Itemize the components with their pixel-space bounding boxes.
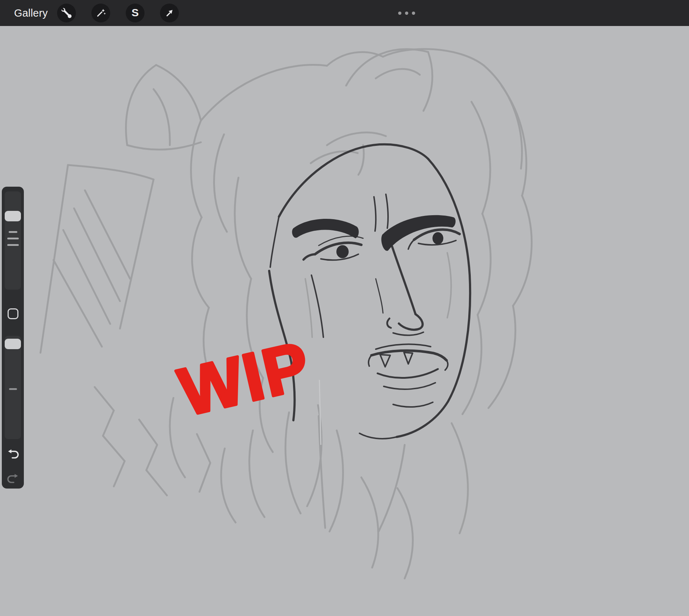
- undo-button[interactable]: [5, 447, 21, 462]
- slider-tick: [7, 244, 19, 246]
- wip-annotation: WIP: [172, 327, 317, 430]
- redo-arrow-icon: [6, 473, 20, 486]
- redo-button[interactable]: [5, 472, 21, 486]
- slider-tick: [7, 238, 19, 239]
- sketch-fangs: [380, 352, 413, 367]
- undo-arrow-icon: [6, 448, 20, 461]
- brush-opacity-slider[interactable]: [5, 336, 21, 439]
- drawing-canvas[interactable]: WIP: [0, 26, 689, 616]
- transform-button[interactable]: [160, 4, 179, 22]
- modify-button[interactable]: [8, 308, 18, 319]
- brush-opacity-handle[interactable]: [5, 339, 21, 349]
- slider-tick: [9, 388, 17, 390]
- canvas-sketch: WIP: [0, 26, 689, 616]
- adjustments-button[interactable]: [91, 4, 110, 22]
- sketch-light-strokes: [40, 49, 532, 578]
- wrench-icon: [61, 8, 72, 18]
- ellipsis-icon: [398, 12, 401, 15]
- brush-size-slider[interactable]: [5, 191, 21, 290]
- procreate-screen: WIP Gallery S: [0, 0, 689, 616]
- brush-size-handle[interactable]: [5, 211, 21, 221]
- top-toolbar: Gallery S: [0, 0, 689, 26]
- slider-tick: [9, 231, 17, 233]
- selection-s-icon: S: [132, 7, 139, 18]
- selection-button[interactable]: S: [126, 4, 145, 22]
- magic-wand-icon: [95, 8, 106, 18]
- transform-arrow-icon: [164, 8, 175, 18]
- actions-button[interactable]: [57, 4, 76, 22]
- gallery-button[interactable]: Gallery: [12, 0, 50, 26]
- brush-sidebar: [2, 187, 24, 489]
- more-options-button[interactable]: [395, 4, 418, 22]
